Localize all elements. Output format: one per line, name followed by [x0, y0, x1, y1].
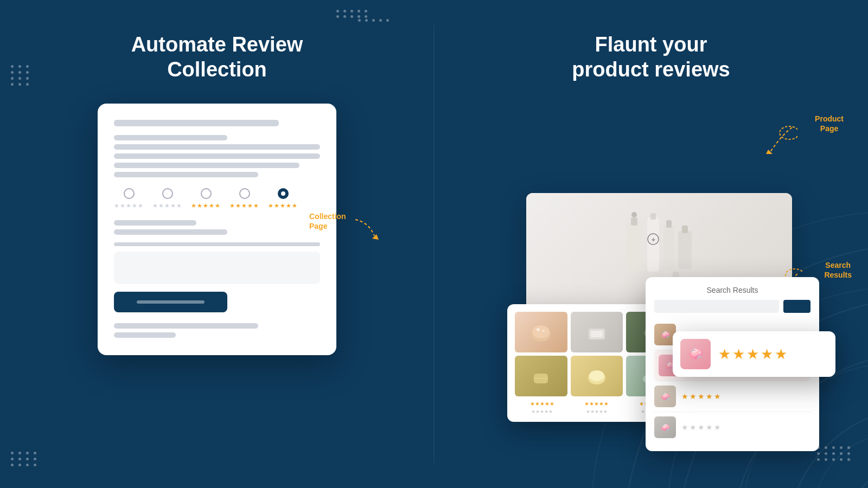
- mock-text-area: [114, 252, 320, 284]
- right-title: Flaunt your product reviews: [572, 33, 730, 82]
- svg-point-25: [542, 330, 545, 332]
- search-input-mock: [654, 300, 779, 313]
- product-page-label: ProductPage: [815, 114, 844, 133]
- search-results-title: Search Results: [654, 286, 810, 294]
- sr-stars-3: ★★★★★: [681, 392, 722, 401]
- highlight-stars: ★★★★★: [718, 346, 789, 363]
- review-form-card: ★★★★★ ★★★★★ ★★★★★ ★★★★★ ★★★★★: [98, 104, 336, 355]
- search-button-mock: [783, 300, 810, 313]
- svg-rect-10: [631, 217, 637, 226]
- soap-icon-1: [527, 319, 554, 346]
- svg-marker-36: [372, 234, 379, 240]
- svg-rect-16: [663, 226, 674, 269]
- search-result-highlight-card: 🧼 ★★★★★: [673, 331, 835, 377]
- search-results-label: SearchResults: [824, 260, 852, 280]
- svg-rect-13: [650, 213, 656, 220]
- soap-icon-5: [583, 363, 610, 390]
- svg-point-24: [537, 328, 540, 331]
- highlight-product-image: 🧼: [680, 339, 711, 369]
- sr-item-img-3: 🧼: [654, 386, 676, 407]
- svg-rect-18: [678, 231, 692, 269]
- svg-rect-27: [591, 331, 603, 337]
- mock-submit-button: [114, 292, 227, 312]
- right-section: Flaunt your product reviews: [434, 0, 868, 488]
- left-title: Automate Review Collection: [131, 33, 303, 82]
- svg-point-38: [780, 126, 797, 139]
- collection-arrow: [353, 217, 385, 249]
- svg-text:✤: ✤: [652, 237, 655, 242]
- svg-point-23: [532, 325, 550, 338]
- sr-stars-4: ★★★★★: [681, 423, 722, 432]
- svg-rect-9: [627, 223, 642, 272]
- sr-item-img-4: 🧼: [654, 416, 676, 438]
- svg-point-33: [589, 370, 604, 381]
- svg-point-11: [631, 212, 637, 217]
- soap-icon-2: [583, 319, 610, 346]
- collection-page-label: CollectionPage: [309, 211, 346, 231]
- product-arrow: [754, 125, 797, 168]
- svg-rect-19: [682, 226, 688, 233]
- star-rating-options: ★★★★★ ★★★★★ ★★★★★ ★★★★★ ★★★★★: [114, 188, 320, 209]
- soap-icon-4: [527, 363, 554, 390]
- svg-rect-17: [666, 220, 672, 228]
